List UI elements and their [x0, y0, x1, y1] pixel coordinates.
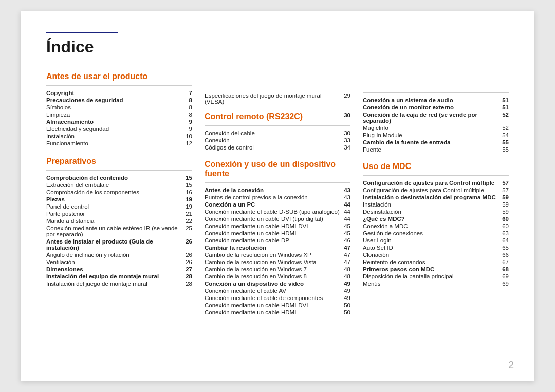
toc-entry: Conexión mediante el cable D-SUB (tipo a…: [205, 209, 350, 215]
toc-entry: User Login64: [363, 237, 509, 244]
toc-entry: Desinstalación59: [363, 209, 509, 215]
toc-entry: Especificaciones del juego de montaje mu…: [205, 92, 350, 105]
entries-top-col3: Conexión a un sistema de audio51 Conexió…: [363, 72, 509, 153]
toc-entry: Funcionamiento12: [46, 140, 192, 146]
divider-mdc: [363, 175, 509, 176]
toc-entry: Conexión del cable30: [205, 130, 350, 136]
divider-remote: [205, 125, 350, 126]
toc-entry: Instalación del juego de montaje mural28: [46, 281, 192, 287]
section-mdc: Uso de MDC Configuración de ajustes para…: [363, 162, 509, 287]
toc-entry: Antes de la conexión43: [205, 187, 350, 193]
toc-entry: Conexión mediante un cable estéreo IR (s…: [46, 225, 192, 237]
section-antes-usar: Antes de usar el producto Copyright7 Pre…: [46, 72, 192, 146]
toc-entry: Conexión mediante el cable de componente…: [205, 295, 350, 301]
toc-entry: Configuración de ajustes para Control mú…: [363, 187, 509, 193]
toc-entry: Cambio de la resolución en Windows Vista…: [205, 259, 350, 265]
toc-entry: Mando a distancia22: [46, 218, 192, 224]
section-title-2: Preparativos: [46, 157, 192, 166]
toc-entry: Conexión33: [205, 137, 350, 143]
toc-entry: Ventilación26: [46, 259, 192, 265]
toc-entry: Conexión a un sistema de audio51: [363, 97, 509, 103]
toc-entry: Conexión a un dispositivo de vídeo49: [205, 281, 350, 287]
toc-entry: Símbolos8: [46, 104, 192, 110]
divider-conexion: [205, 182, 350, 183]
toc-entry: Panel de control19: [46, 203, 192, 210]
section-conexion-dispositivo: Conexión y uso de un dispositivo fuente …: [205, 160, 350, 315]
page-title: Índice: [46, 38, 509, 57]
toc-entry: Antes de instalar el producto (Guía de i…: [46, 238, 192, 251]
entries-top-col2: Especificaciones del juego de montaje mu…: [205, 72, 350, 105]
toc-entry: Piezas19: [46, 196, 192, 202]
toc-entry: Puntos de control previos a la conexión4…: [205, 194, 350, 200]
divider-1: [46, 85, 192, 86]
toc-entry: Conexión mediante un cable DP46: [205, 237, 350, 244]
toc-entry: Conexión a un PC44: [205, 201, 350, 208]
toc-entry: Copyright7: [46, 90, 192, 96]
toc-entry: Gestión de conexiones63: [363, 230, 509, 236]
toc-entry: Almacenamiento9: [46, 119, 192, 125]
toc-entry: Electricidad y seguridad9: [46, 126, 192, 132]
section-preparativos: Preparativos Comprobación del contenido1…: [46, 157, 192, 287]
column-2: Especificaciones del juego de montaje mu…: [205, 72, 363, 323]
toc-entry: Dimensiones27: [46, 266, 192, 272]
toc-entry: Disposición de la pantalla principal69: [363, 273, 509, 279]
toc-entry: Ángulo de inclinación y rotación26: [46, 252, 192, 258]
toc-entry: Instalación59: [363, 201, 509, 208]
page: Índice Antes de usar el producto Copyrig…: [21, 11, 534, 381]
section-title-conexion: Conexión y uso de un dispositivo fuente: [205, 160, 350, 178]
toc-entry: Menús69: [363, 281, 509, 287]
toc-columns: Antes de usar el producto Copyright7 Pre…: [46, 72, 509, 323]
toc-entry: Clonación66: [363, 252, 509, 258]
toc-entry: Cambiar la resolución47: [205, 245, 350, 251]
title-area: Índice: [46, 32, 509, 57]
toc-entry: MagicInfo52: [363, 125, 509, 131]
entries-section2: Comprobación del contenido15 Extracción …: [46, 175, 192, 287]
page-number: 2: [508, 359, 514, 371]
toc-entry: Instalación10: [46, 133, 192, 139]
toc-entry: Fuente55: [363, 146, 509, 153]
toc-entry: Precauciones de seguridad8: [46, 97, 192, 103]
toc-entry: Instalación o desinstalación del program…: [363, 194, 509, 200]
toc-entry: Conexión de un monitor externo51: [363, 104, 509, 110]
toc-entry: Conexión mediante un cable HDMI-DVI45: [205, 223, 350, 229]
toc-entry: Extracción del embalaje15: [46, 182, 192, 188]
toc-entry: Parte posterior21: [46, 211, 192, 217]
divider-2: [46, 170, 192, 171]
toc-entry: Instalación del equipo de montaje mural2…: [46, 273, 192, 279]
toc-entry: Cambio de la resolución en Windows XP47: [205, 252, 350, 258]
toc-entry: Cambio de la resolución en Windows 748: [205, 266, 350, 272]
toc-entry: Auto Set ID65: [363, 245, 509, 251]
section-title-1: Antes de usar el producto: [46, 72, 192, 81]
toc-entry: Conexión mediante un cable HDMI45: [205, 230, 350, 236]
toc-entry: Cambio de la resolución en Windows 848: [205, 273, 350, 279]
toc-entry: Conexión mediante un cable DVI (tipo dig…: [205, 216, 350, 222]
toc-entry: Conexión de la caja de red (se vende por…: [363, 111, 509, 124]
toc-entry: Comprobación del contenido15: [46, 175, 192, 181]
toc-entry: Limpieza8: [46, 111, 192, 118]
toc-entry: Conexión mediante un cable HDMI50: [205, 309, 350, 315]
section-title-mdc: Uso de MDC: [363, 162, 509, 171]
title-bar: [46, 32, 118, 33]
toc-entry: Configuración de ajustes para Control mú…: [363, 180, 509, 186]
toc-entry: Conexión mediante el cable AV49: [205, 288, 350, 294]
section-title-remote: Control remoto (RS232C) 30: [205, 112, 350, 121]
toc-entry: Primeros pasos con MDC68: [363, 266, 509, 272]
toc-entry: Cambio de la fuente de entrada55: [363, 139, 509, 145]
section-control-remoto: Control remoto (RS232C) 30 Conexión del …: [205, 112, 350, 151]
toc-entry: Conexión mediante un cable HDMI-DVI50: [205, 302, 350, 308]
column-1: Antes de usar el producto Copyright7 Pre…: [46, 72, 205, 323]
toc-entry: ¿Qué es MDC?60: [363, 216, 509, 222]
toc-entry: Reintento de comandos67: [363, 259, 509, 265]
column-3: Conexión a un sistema de audio51 Conexió…: [363, 72, 509, 323]
toc-entry: Conexión a MDC60: [363, 223, 509, 229]
toc-entry: Comprobación de los componentes16: [46, 189, 192, 195]
entries-section1: Copyright7 Precauciones de seguridad8 Sí…: [46, 90, 192, 146]
toc-entry: Plug In Module54: [363, 132, 509, 138]
divider-top3: [363, 92, 509, 93]
toc-entry: Códigos de control34: [205, 144, 350, 151]
